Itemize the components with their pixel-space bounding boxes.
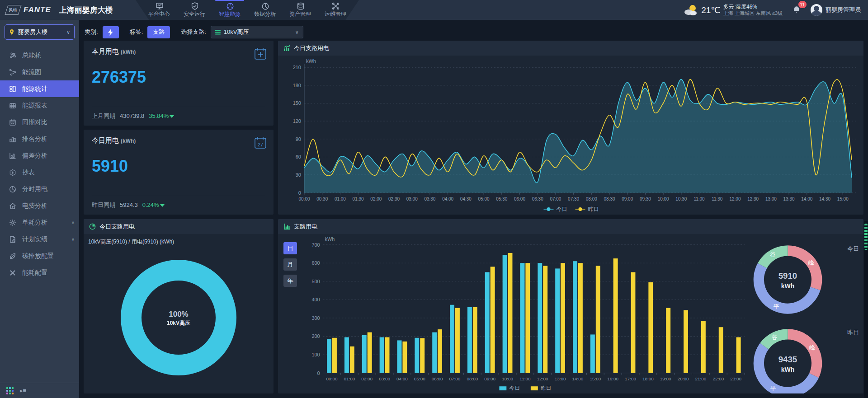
sidebar-item-flow[interactable]: 能流图 (0, 64, 79, 80)
branch-select-value: 10kV高压 (224, 28, 292, 36)
nav-item-label: 资产管理 (289, 10, 311, 18)
svg-text:02:00: 02:00 (361, 376, 373, 381)
sidebar-item-cross-tools[interactable]: 能耗配置 (0, 264, 79, 281)
svg-text:17:00: 17:00 (625, 376, 636, 381)
tag-branch-button[interactable]: 支路 (147, 26, 170, 38)
period-toggle-月[interactable]: 月 (283, 258, 297, 271)
nav-item-pie[interactable]: 数据分析 (253, 1, 277, 19)
sidebar-item-label: 偏差分析 (22, 152, 47, 160)
page-scrollbar[interactable] (864, 221, 868, 398)
svg-text:01:00: 01:00 (335, 197, 346, 201)
sidebar-menu: 总能耗能流图能源统计能源报表同期对比排名分析偏差分析抄表分时用电电费分析单耗分析… (0, 43, 79, 383)
svg-text:400: 400 (311, 297, 320, 302)
down-triangle-icon (160, 204, 165, 207)
svg-text:11:30: 11:30 (712, 197, 723, 201)
period-toggle-日[interactable]: 日 (283, 242, 297, 254)
svg-text:12:00: 12:00 (729, 197, 741, 201)
building-select-value: 丽婴房大楼 (18, 28, 63, 36)
svg-text:14:30: 14:30 (819, 197, 830, 201)
svg-text:500: 500 (311, 279, 320, 284)
svg-text:谷: 谷 (770, 251, 776, 258)
svg-text:0: 0 (317, 370, 320, 376)
collapse-menu-icon[interactable]: ▸≡ (20, 387, 26, 394)
svg-text:30: 30 (296, 172, 301, 178)
nav-item-database[interactable]: 资产管理 (288, 1, 312, 19)
sidebar-item-label: 单耗分析 (22, 219, 47, 227)
today-branch-line-card: 今日支路用电 0306090120150180210kWh00:0000:300… (278, 41, 863, 215)
sidebar-item-doc-clock[interactable]: 计划实绩∨ (0, 231, 79, 248)
svg-text:kWh: kWh (781, 282, 795, 290)
month-percent[interactable]: 35.84% (149, 112, 174, 119)
period-toggle-年[interactable]: 年 (283, 275, 297, 287)
location-pin-icon (9, 29, 14, 35)
gear-icon (9, 219, 16, 226)
svg-text:11:00: 11:00 (519, 376, 531, 381)
svg-text:03:00: 03:00 (406, 197, 418, 201)
sidebar-item-leaf[interactable]: 碳排放配置 (0, 248, 79, 264)
nav-item-tools[interactable]: 运维管理 (324, 1, 347, 19)
svg-text:平: 平 (774, 303, 779, 310)
sidebar-item-gear[interactable]: 单耗分析∨ (0, 214, 79, 231)
svg-text:昨日: 昨日 (588, 206, 599, 212)
pie-icon (261, 2, 269, 10)
month-compare-row: 上月同期 430739.8 35.84% (92, 106, 265, 126)
tou-donuts-column: 峰平谷5910kWh 今日 峰平谷9435kWh 昨日 (748, 234, 863, 393)
svg-text:300: 300 (311, 315, 320, 321)
calendar-day-icon[interactable]: 27 (254, 136, 267, 150)
bar-chart[interactable]: 0100200300400500600700kWh00:0001:0002:00… (300, 234, 748, 393)
svg-text:谷: 谷 (772, 334, 778, 341)
notifications-button[interactable]: 11 (791, 4, 802, 16)
sidebar-item-table[interactable]: 能源报表 (0, 97, 79, 114)
scrollbar-thumb[interactable] (864, 224, 868, 250)
nav-item-energy[interactable]: 智慧能源 (218, 1, 241, 19)
branch-select-label: 选择支路: (181, 28, 206, 36)
category-electric-button[interactable] (103, 26, 119, 38)
month-compare-value: 430739.8 (120, 112, 144, 119)
chevron-down-icon: ∨ (71, 237, 75, 242)
svg-text:峰: 峰 (809, 344, 815, 351)
logo-text: FANTE (24, 5, 51, 14)
svg-text:20:00: 20:00 (678, 376, 689, 381)
sidebar-item-fan[interactable]: 总能耗 (0, 47, 79, 64)
today-percent[interactable]: 0.24% (142, 201, 165, 208)
sidebar-item-meter[interactable]: 抄表 (0, 164, 79, 181)
clock-pie-icon (89, 223, 96, 230)
branch-donut-chart[interactable]: 100%10kV高压 (84, 242, 274, 393)
svg-text:13:30: 13:30 (783, 197, 795, 201)
nav-item-label: 数据分析 (254, 10, 276, 18)
svg-text:15:00: 15:00 (837, 197, 849, 201)
app-root: 风特 FANTE 上海丽婴房大楼 平台中心安全运行智慧能源数据分析资产管理运维管… (0, 0, 868, 398)
nav-item-platform[interactable]: 平台中心 (147, 1, 171, 19)
sidebar-item-calendar[interactable]: 同期对比 (0, 114, 79, 131)
bar-chart-icon (283, 223, 290, 230)
app-grid-icon[interactable] (6, 387, 14, 394)
nav-item-shield[interactable]: 安全运行 (183, 1, 206, 19)
top-header: 风特 FANTE 上海丽婴房大楼 平台中心安全运行智慧能源数据分析资产管理运维管… (0, 0, 868, 20)
tou-today-donut[interactable]: 峰平谷5910kWh (748, 239, 827, 318)
line-chart[interactable]: 0306090120150180210kWh00:0000:3001:0001:… (278, 56, 863, 215)
sidebar-item-label: 分时用电 (22, 185, 47, 193)
branch-bar-card: 支路用电 日月年 0100200300400500600700kWh00:000… (278, 219, 863, 393)
svg-text:00:00: 00:00 (326, 376, 338, 381)
month-usage-card: 本月用电(kWh) 276375 上月同期 430739.8 35.84% (84, 41, 274, 126)
calendar-plus-icon[interactable] (254, 47, 267, 61)
sidebar-item-rank[interactable]: 排名分析 (0, 131, 79, 147)
sidebar-item-house[interactable]: 电费分析 (0, 197, 79, 214)
sidebar-item-stats[interactable]: 能源统计 (0, 80, 79, 97)
platform-icon (156, 2, 163, 10)
tou-yesterday-donut[interactable]: 峰平谷9435kWh (748, 322, 827, 393)
svg-text:11:00: 11:00 (693, 197, 705, 201)
svg-text:03:30: 03:30 (424, 197, 435, 201)
weather-location: 上海 上海城区 东南风 ≤3级 (723, 10, 783, 17)
branch-donut-card: 今日支路用电 10kV高压(5910) / 用电(5910) (kWh) 100… (84, 219, 274, 393)
sidebar-item-clock-pie[interactable]: 分时用电 (0, 181, 79, 197)
chevron-down-icon: ∨ (66, 29, 70, 35)
user-menu[interactable]: 丽婴房管理员 (811, 4, 861, 16)
svg-text:09:00: 09:00 (622, 197, 633, 201)
svg-text:100%: 100% (169, 310, 188, 318)
building-select[interactable]: 丽婴房大楼 ∨ (5, 24, 75, 40)
svg-text:13:00: 13:00 (765, 197, 777, 201)
sidebar-item-deviation[interactable]: 偏差分析 (0, 147, 79, 164)
flow-icon (9, 69, 16, 76)
branch-select[interactable]: 10kV高压 ∨ (211, 26, 303, 38)
